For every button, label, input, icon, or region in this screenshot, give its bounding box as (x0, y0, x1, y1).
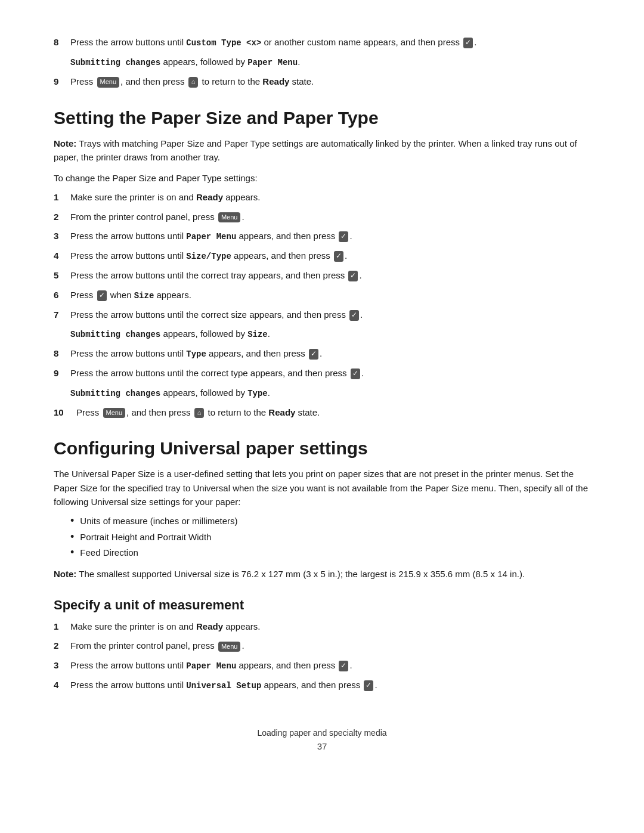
home-btn-9: ⌂ (188, 77, 199, 87)
code-paper-menu-s1-3: Paper Menu (186, 232, 236, 241)
s1-step-3: 3 Press the arrow buttons until Paper Me… (54, 230, 590, 243)
s1-step-num-2: 2 (54, 210, 70, 224)
sub-step-3: 3 Press the arrow buttons until Paper Me… (54, 659, 590, 673)
code-size-type: Size/Type (186, 252, 231, 261)
s1-step-9: 9 Press the arrow buttons until the corr… (54, 367, 590, 380)
section-paper-size-title: Setting the Paper Size and Paper Type (54, 108, 590, 128)
s1-step-7: 7 Press the arrow buttons until the corr… (54, 308, 590, 322)
step-num-8: 8 (54, 36, 70, 49)
footer-text: Loading paper and specialty media (54, 728, 590, 738)
code-type-s1-8: Type (186, 349, 206, 359)
s1-step-num-7: 7 (54, 308, 70, 322)
s1-step-num-6: 6 (54, 289, 70, 302)
step-num-9: 9 (54, 75, 70, 89)
check-icon-s1-7: ✓ (349, 310, 359, 321)
code-custom-type: Custom Type <x> (186, 38, 261, 48)
check-icon-s1-8: ✓ (309, 349, 318, 360)
s1-step-8-content: Press the arrow buttons until Type appea… (70, 347, 590, 361)
sub-step-1-content: Make sure the printer is on and Ready ap… (70, 620, 590, 634)
sub-step-num-1: 1 (54, 620, 70, 634)
bullet-text-1: Units of measure (inches or millimeters) (80, 515, 237, 528)
bullet-dot-3: • (70, 547, 74, 558)
s1-step-8: 8 Press the arrow buttons until Type app… (54, 347, 590, 361)
s1-step-5-content: Press the arrow buttons until the correc… (70, 269, 590, 283)
s1-step-num-5: 5 (54, 269, 70, 283)
section-universal-intro: The Universal Paper Size is a user-defin… (54, 467, 590, 509)
check-icon-s1-4: ✓ (334, 251, 343, 262)
menu-btn-s1-2: Menu (218, 212, 241, 222)
subsection-unit-title: Specify a unit of measurement (54, 597, 590, 613)
sub-step-4: 4 Press the arrow buttons until Universa… (54, 679, 590, 692)
top-steps-section: 8 Press the arrow buttons until Custom T… (54, 36, 590, 89)
sub-step-4-content: Press the arrow buttons until Universal … (70, 679, 590, 692)
s1-step-9-indent: Submitting changes appears, followed by … (70, 386, 590, 400)
menu-btn-s1-10: Menu (103, 408, 126, 418)
s1-step-9-content: Press the arrow buttons until the correc… (70, 367, 590, 380)
check-icon-s1-9: ✓ (351, 368, 360, 379)
code-size-s1-6: Size (134, 291, 154, 301)
section-universal: Configuring Universal paper settings The… (54, 438, 590, 692)
sub-step-num-2: 2 (54, 639, 70, 653)
sub-step-1: 1 Make sure the printer is on and Ready … (54, 620, 590, 634)
footer-page-number: 37 (54, 741, 590, 751)
step-8-content: Press the arrow buttons until Custom Typ… (70, 36, 590, 49)
bullet-item-1: • Units of measure (inches or millimeter… (70, 515, 590, 528)
note-label-2: Note: (54, 569, 76, 579)
universal-bullet-list: • Units of measure (inches or millimeter… (70, 515, 590, 560)
s1-step-num-10: 10 (54, 406, 76, 420)
section-paper-size-note: Note: Trays with matching Paper Size and… (54, 137, 590, 165)
bullet-text-3: Feed Direction (80, 546, 138, 560)
s1-step-2-content: From the printer control panel, press Me… (70, 210, 590, 224)
section-paper-size-intro: To change the Paper Size and Paper Type … (54, 171, 590, 185)
check-icon-s1-6: ✓ (97, 290, 107, 301)
sub-step-2-content: From the printer control panel, press Me… (70, 639, 590, 653)
s1-step-4-content: Press the arrow buttons until Size/Type … (70, 249, 590, 263)
menu-btn-9: Menu (97, 77, 120, 87)
sub-step-num-3: 3 (54, 659, 70, 673)
ready-bold-s1-1: Ready (196, 192, 223, 202)
footer: Loading paper and specialty media 37 (54, 728, 590, 751)
s1-step-num-9: 9 (54, 367, 70, 380)
s1-step-num-4: 4 (54, 249, 70, 263)
note-label-1: Note: (54, 138, 76, 148)
s1-step-1: 1 Make sure the printer is on and Ready … (54, 191, 590, 205)
s1-step-6-content: Press ✓ when Size appears. (70, 289, 590, 302)
home-btn-s1-10: ⌂ (194, 408, 205, 418)
bullet-item-2: • Portrait Height and Portrait Width (70, 531, 590, 544)
s1-step-7-indent: Submitting changes appears, followed by … (70, 327, 590, 341)
code-submitting-s1-9: Submitting changes (70, 389, 160, 398)
sub-step-num-4: 4 (54, 679, 70, 692)
ready-bold-s1-10: Ready (268, 407, 295, 417)
code-paper-menu-sub-3: Paper Menu (186, 661, 236, 671)
step-8: 8 Press the arrow buttons until Custom T… (54, 36, 590, 49)
bullet-text-2: Portrait Height and Portrait Width (80, 531, 211, 544)
s1-step-num-8: 8 (54, 347, 70, 361)
code-submitting-s1-7: Submitting changes (70, 330, 160, 339)
s1-step-num-3: 3 (54, 230, 70, 243)
ready-bold-sub-1: Ready (196, 621, 223, 631)
code-submitting-1: Submitting changes (70, 58, 160, 67)
s1-step-1-content: Make sure the printer is on and Ready ap… (70, 191, 590, 205)
s1-step-6: 6 Press ✓ when Size appears. (54, 289, 590, 302)
check-icon-s1-5: ✓ (348, 271, 358, 281)
section-universal-title: Configuring Universal paper settings (54, 438, 590, 459)
check-icon-sub-4: ✓ (364, 680, 373, 691)
subsection-unit-measurement: Specify a unit of measurement 1 Make sur… (54, 597, 590, 692)
code-paper-menu-1: Paper Menu (247, 58, 298, 67)
bullet-item-3: • Feed Direction (70, 546, 590, 560)
s1-step-num-1: 1 (54, 191, 70, 205)
s1-step-10: 10 Press Menu, and then press ⌂ to retur… (54, 406, 590, 420)
step-9: 9 Press Menu, and then press ⌂ to return… (54, 75, 590, 89)
code-size-indent-s1-7: Size (247, 330, 268, 339)
s1-step-4: 4 Press the arrow buttons until Size/Typ… (54, 249, 590, 263)
sub-step-2: 2 From the printer control panel, press … (54, 639, 590, 653)
s1-step-3-content: Press the arrow buttons until Paper Menu… (70, 230, 590, 243)
code-type-indent-s1-9: Type (247, 389, 268, 398)
s1-step-2: 2 From the printer control panel, press … (54, 210, 590, 224)
check-icon-sub-3: ✓ (339, 661, 348, 671)
step-8-indent: Submitting changes appears, followed by … (70, 55, 590, 69)
ready-bold-9: Ready (262, 76, 289, 86)
sub-step-3-content: Press the arrow buttons until Paper Menu… (70, 659, 590, 673)
section-universal-note: Note: The smallest supported Universal s… (54, 567, 590, 581)
section-paper-size: Setting the Paper Size and Paper Type No… (54, 108, 590, 420)
